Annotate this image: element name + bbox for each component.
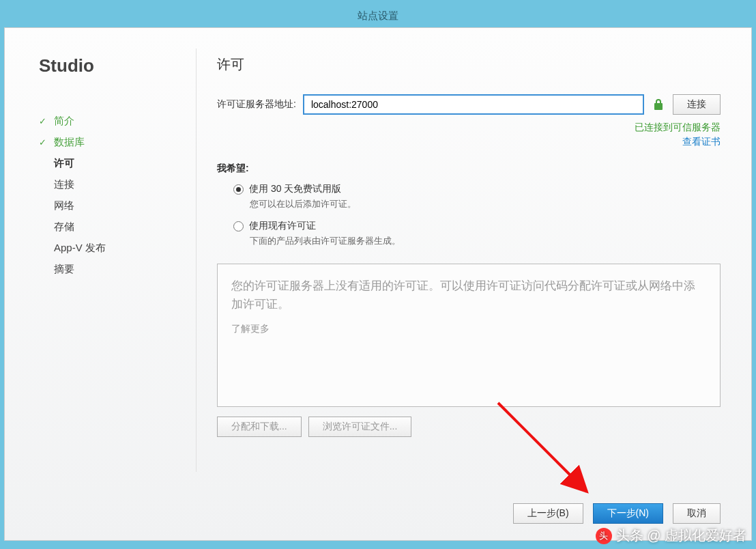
radio-item-existing[interactable]: 使用现有许可证 下面的产品列表由许可证服务器生成。 [233,220,721,247]
watermark-icon: 头 [596,528,612,544]
nav-item-network[interactable]: 网络 [39,195,182,216]
license-actions: 分配和下载... 浏览许可证文件... [217,417,721,437]
license-empty-msg: 您的许可证服务器上没有适用的许可证。可以使用许可证访问代码分配许可证或从网络中添… [231,277,706,313]
title-bar: 站点设置 [4,4,752,27]
nav-item-database[interactable]: ✓ 数据库 [39,132,182,153]
radio-group: 使用 30 天免费试用版 您可以在以后添加许可证。 使用现有许可证 下面的产品列… [217,183,721,257]
nav-label: 简介 [54,115,74,128]
learn-more-link[interactable]: 了解更多 [231,323,706,335]
sidebar: Studio ✓ 简介 ✓ 数据库 许可 连接 [5,28,196,492]
radio-sublabel: 下面的产品列表由许可证服务器生成。 [250,235,721,247]
nav-item-appv[interactable]: App-V 发布 [39,238,182,259]
server-address-label: 许可证服务器地址: [217,98,296,111]
status-connected: 已连接到可信服务器 [217,120,721,135]
nav-label: 网络 [54,199,74,212]
radio-sublabel: 您可以在以后添加许可证。 [250,198,721,210]
nav-label: 数据库 [54,136,85,149]
back-button[interactable]: 上一步(B) [513,503,583,524]
status-line: 已连接到可信服务器 查看证书 [217,120,721,149]
nav-label: App-V 发布 [54,242,106,255]
nav-item-intro[interactable]: ✓ 简介 [39,111,182,132]
radio-icon[interactable] [233,184,244,195]
radio-item-trial[interactable]: 使用 30 天免费试用版 您可以在以后添加许可证。 [233,183,721,210]
lock-icon [651,96,666,113]
server-address-row: 许可证服务器地址: 连接 [217,94,721,115]
server-address-input[interactable] [303,94,644,115]
watermark: 头 头条 @ 虚拟化爱好者 [596,526,746,545]
nav-item-license[interactable]: 许可 [39,153,182,174]
nav-label: 摘要 [54,263,74,276]
nav-item-storage[interactable]: 存储 [39,216,182,238]
check-icon: ✓ [39,116,48,126]
radio-icon[interactable] [233,221,244,231]
next-button[interactable]: 下一步(N) [593,503,663,524]
nav-label: 存储 [54,221,74,234]
license-list-box: 您的许可证服务器上没有适用的许可证。可以使用许可证访问代码分配许可证或从网络中添… [217,264,721,407]
watermark-text: 头条 @ 虚拟化爱好者 [616,526,746,545]
content-area: Studio ✓ 简介 ✓ 数据库 许可 连接 [4,27,752,541]
nav-item-connection[interactable]: 连接 [39,174,182,195]
main-panel: 许可 许可证服务器地址: 连接 已连接到可信服务器 查看证书 我希望: [197,28,751,492]
allocate-download-button[interactable]: 分配和下载... [217,417,302,437]
sidebar-title: Studio [39,55,182,76]
nav-label: 许可 [54,157,74,170]
page-heading: 许可 [217,55,721,74]
want-label: 我希望: [217,163,721,175]
nav-label: 连接 [54,178,74,191]
nav-item-summary[interactable]: 摘要 [39,259,182,280]
radio-label: 使用 30 天免费试用版 [249,183,341,195]
view-certificate-link[interactable]: 查看证书 [217,135,721,149]
radio-label: 使用现有许可证 [249,220,316,232]
window-title: 站点设置 [358,10,398,23]
check-icon: ✓ [39,137,48,147]
connect-button[interactable]: 连接 [673,94,721,115]
cancel-button[interactable]: 取消 [673,503,721,524]
browse-license-button[interactable]: 浏览许可证文件... [308,417,412,437]
